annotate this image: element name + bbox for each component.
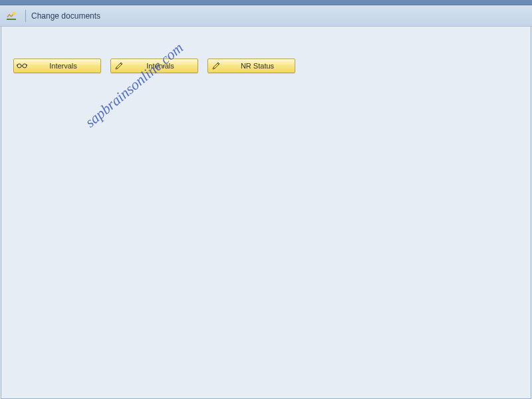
display-intervals-button[interactable]: Intervals xyxy=(13,59,101,73)
button-label: Intervals xyxy=(29,62,98,70)
button-label: Intervals xyxy=(126,62,195,70)
change-intervals-button[interactable]: Intervals xyxy=(110,59,198,73)
main-content-area: Intervals Intervals NR Status xyxy=(1,27,531,399)
svg-point-2 xyxy=(23,64,27,68)
pencil-icon xyxy=(114,61,124,71)
button-row: Intervals Intervals NR Status xyxy=(13,59,519,73)
window-title-bar xyxy=(0,0,532,5)
toolbar-separator xyxy=(25,10,26,22)
overview-icon[interactable] xyxy=(5,10,17,22)
svg-point-0 xyxy=(13,11,16,15)
button-label: NR Status xyxy=(223,62,292,70)
application-toolbar: Change documents xyxy=(0,5,532,27)
toolbar-title: Change documents xyxy=(31,11,100,21)
svg-point-1 xyxy=(17,64,21,68)
nr-status-button[interactable]: NR Status xyxy=(207,59,295,73)
glasses-icon xyxy=(17,61,27,71)
pencil-icon xyxy=(211,61,221,71)
